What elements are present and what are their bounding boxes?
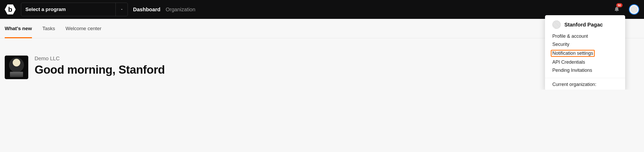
menu-item-profile[interactable]: Profile & account — [552, 34, 588, 39]
org-name: Demo LLC — [35, 56, 165, 62]
menu-item-security[interactable]: Security — [552, 42, 569, 47]
tab-whats-new[interactable]: What's new — [5, 19, 32, 38]
menu-item-api-credentials[interactable]: API Credentials — [552, 59, 585, 65]
logo[interactable]: b — [5, 4, 16, 15]
program-selector-label: Select a program — [25, 7, 115, 12]
org-avatar — [5, 56, 28, 79]
user-menu-list: Profile & account Security Notification … — [545, 32, 625, 78]
chevron-down-icon — [115, 3, 128, 16]
greeting-block: Demo LLC Good morning, Stanford — [35, 56, 165, 76]
tab-tasks[interactable]: Tasks — [42, 19, 55, 38]
nav-dashboard[interactable]: Dashboard — [133, 7, 160, 13]
bell-icon — [614, 8, 620, 13]
greeting-text: Good morning, Stanford — [35, 63, 165, 76]
user-menu-header: Stanford Pagac — [545, 20, 625, 32]
user-menu: Stanford Pagac Profile & account Securit… — [545, 15, 625, 90]
user-menu-name: Stanford Pagac — [564, 22, 603, 28]
logo-letter: b — [8, 6, 12, 14]
notifications-button[interactable]: 50 — [614, 6, 620, 13]
current-org-label: Current organization: — [545, 78, 625, 87]
topbar: b Select a program Dashboard Organizatio… — [0, 0, 644, 19]
avatar-image — [630, 6, 638, 13]
tab-welcome-center[interactable]: Welcome center — [65, 19, 101, 38]
menu-item-notification-settings[interactable]: Notification settings — [551, 50, 595, 57]
user-avatar-button[interactable] — [629, 4, 639, 15]
program-selector[interactable]: Select a program — [21, 3, 128, 16]
nav-organization[interactable]: Organization — [166, 7, 195, 13]
notification-badge: 50 — [616, 3, 623, 7]
user-menu-avatar — [552, 20, 561, 29]
menu-item-pending-invitations[interactable]: Pending Invitations — [552, 68, 592, 73]
